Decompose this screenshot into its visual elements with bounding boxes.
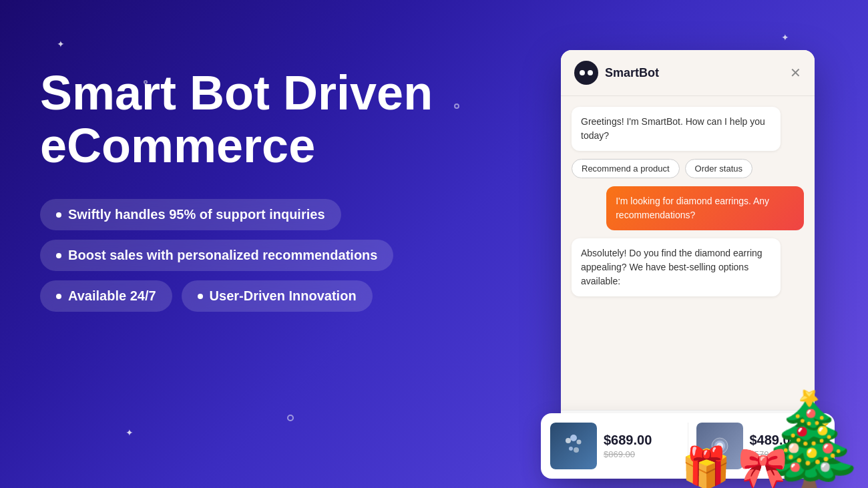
svg-point-1 — [570, 435, 577, 441]
svg-point-4 — [574, 447, 579, 453]
product-current-price-1: $689.00 — [604, 433, 652, 448]
bullet-icon-1 — [56, 212, 61, 218]
feature-item-2: Boost sales with personalized recommenda… — [40, 240, 393, 271]
chat-body: Greetings! I'm SmartBot. How can I help … — [561, 96, 815, 363]
title-line-1: Smart Bot Driven — [40, 66, 433, 119]
bullet-icon-2 — [56, 253, 61, 258]
feature-item-3: Available 24/7 — [40, 280, 172, 312]
diamond-earring-svg-1 — [560, 433, 587, 459]
bot-response-text: Absolutely! Do you find the diamond earr… — [581, 248, 763, 286]
feature-item-4: User-Driven Innovation — [182, 280, 373, 312]
user-message: I'm looking for diamond earrings. Any re… — [606, 186, 804, 230]
close-button[interactable]: ✕ — [790, 66, 801, 79]
bot-eye-left — [580, 70, 585, 75]
left-content: Smart Bot Driven eCommerce Swiftly handl… — [40, 67, 467, 312]
features-list: Swiftly handles 95% of support inquiries… — [40, 199, 467, 312]
svg-point-0 — [566, 438, 571, 443]
bot-eye-right — [588, 70, 593, 75]
greeting-text: Greetings! I'm SmartBot. How can I help … — [581, 116, 765, 141]
quick-reply-order-status[interactable]: Order status — [685, 159, 753, 178]
chat-bot-name: SmartBot — [605, 66, 659, 80]
gift-2: 🎀 — [738, 448, 788, 488]
user-message-text: I'm looking for diamond earrings. Any re… — [616, 196, 769, 220]
feature-text-4: User-Driven Innovation — [210, 288, 357, 304]
feature-text-1: Swiftly handles 95% of support inquiries — [68, 207, 325, 222]
sparkle-decoration-3: ✦ — [126, 427, 134, 438]
svg-point-3 — [569, 447, 573, 451]
product-price-block-1: $689.00 $869.00 — [604, 433, 652, 459]
gifts-decoration: 🎁 🎀 — [681, 448, 788, 488]
circle-decoration-3 — [287, 415, 294, 421]
svg-point-2 — [577, 440, 582, 445]
bot-avatar — [574, 61, 598, 85]
product-original-price-1: $869.00 — [604, 449, 652, 459]
sparkle-decoration-1: ✦ — [57, 39, 65, 49]
bot-response-message: Absolutely! Do you find the diamond earr… — [572, 238, 781, 296]
quick-reply-recommend[interactable]: Recommend a product — [572, 159, 680, 178]
bot-greeting-message: Greetings! I'm SmartBot. How can I help … — [572, 107, 781, 151]
feature-text-3: Available 24/7 — [68, 288, 156, 304]
gift-1: 🎁 — [681, 448, 731, 488]
bullet-icon-4 — [198, 294, 203, 299]
bullet-icon-3 — [56, 294, 61, 299]
quick-replies: Recommend a product Order status — [572, 159, 804, 178]
main-title: Smart Bot Driven eCommerce — [40, 67, 467, 172]
product-card-1: $689.00 $869.00 — [550, 423, 680, 469]
feature-item-1: Swiftly handles 95% of support inquiries — [40, 199, 341, 230]
title-line-2: eCommerce — [40, 119, 315, 172]
feature-text-2: Boost sales with personalized recommenda… — [68, 248, 377, 263]
chat-header: SmartBot ✕ — [561, 50, 815, 96]
sparkle-decoration-2: ✦ — [781, 32, 789, 43]
chat-header-left: SmartBot — [574, 61, 659, 85]
bot-eyes — [580, 70, 593, 75]
product-image-1 — [550, 423, 597, 469]
features-row: Available 24/7 User-Driven Innovation — [40, 280, 467, 312]
